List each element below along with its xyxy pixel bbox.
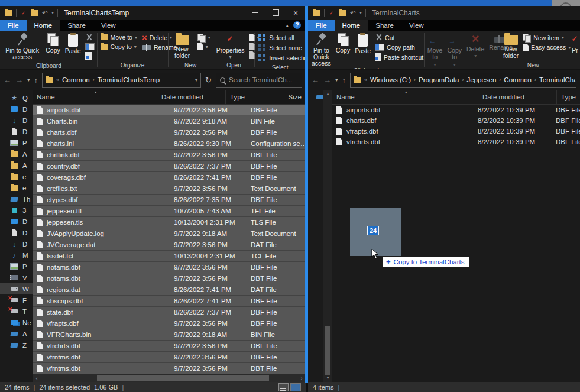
horizontal-scrollbar[interactable]: ‹ › bbox=[33, 374, 306, 382]
file-row[interactable]: jeppesen.tfl 10/7/2005 7:43 AM TFL File bbox=[33, 206, 306, 217]
sidebar-item[interactable]: D bbox=[0, 103, 33, 115]
file-row[interactable]: jeppesen.tls 10/13/2004 2:31 PM TLS File bbox=[33, 217, 306, 228]
move-to-button[interactable]: Move to▾ bbox=[98, 33, 140, 42]
open-icon[interactable] bbox=[249, 43, 255, 50]
tab-view[interactable]: View bbox=[93, 20, 124, 31]
sidebar-item[interactable]: e bbox=[0, 182, 33, 193]
sidebar-item[interactable]: Th bbox=[0, 193, 33, 205]
sidebar-item[interactable]: W bbox=[0, 283, 33, 294]
copy-path-button[interactable]: Copy path bbox=[375, 44, 423, 51]
breadcrumb-common[interactable]: Common bbox=[62, 76, 90, 83]
new-item-button[interactable]: New item▾ bbox=[523, 34, 571, 41]
file-row[interactable]: vfrntms.dbt 9/7/2022 3:56 PM DBT File 5 bbox=[33, 363, 306, 374]
file-row[interactable]: vfrchrts.dbf 8/2/2022 10:39 PM DBF File bbox=[332, 137, 580, 147]
scroll-right-icon[interactable]: › bbox=[297, 375, 306, 381]
sidebar-item[interactable]: T bbox=[0, 306, 33, 317]
file-row[interactable]: country.dbf 8/26/2022 7:37 PM DBF File bbox=[33, 161, 306, 172]
paste-button[interactable]: Paste bbox=[63, 31, 83, 54]
tab-file[interactable]: File bbox=[0, 20, 27, 31]
properties-button[interactable]: ✓ Properties ▾ bbox=[214, 31, 247, 60]
maximize-button[interactable] bbox=[265, 6, 286, 20]
file-row[interactable]: charts.dbf 9/7/2022 3:56 PM DBF File 9,7 bbox=[33, 127, 306, 138]
invert-selection-button[interactable]: Invert selection bbox=[255, 53, 306, 63]
new-folder-button[interactable]: New folder bbox=[169, 31, 196, 59]
details-view-icon[interactable] bbox=[278, 383, 289, 391]
cut-button[interactable]: Cut bbox=[375, 34, 423, 41]
column-header-date-modified[interactable]: Date modified bbox=[157, 90, 226, 104]
sidebar-item[interactable]: D bbox=[0, 216, 33, 227]
sidebar-item[interactable]: P bbox=[0, 137, 33, 148]
recent-locations-caret-icon[interactable]: ▾ bbox=[335, 77, 338, 83]
scroll-up-icon[interactable]: ▴ bbox=[326, 91, 329, 97]
column-header-size[interactable]: Size bbox=[284, 90, 306, 104]
address-box[interactable]: « Common › TerminalChartsTemp ▾ bbox=[42, 73, 201, 88]
sidebar-item[interactable]: A bbox=[0, 160, 33, 171]
sidebar-item[interactable]: Z bbox=[0, 339, 33, 351]
breadcrumb-common[interactable]: Common bbox=[504, 76, 532, 83]
sidebar-item[interactable]: V bbox=[0, 272, 33, 283]
file-row[interactable]: regions.dat 8/26/2022 7:41 PM DAT File 1 bbox=[33, 284, 306, 296]
vertical-scrollbar[interactable]: ▴ ▾ bbox=[323, 90, 332, 382]
breadcrumb-programdata[interactable]: ProgramData bbox=[419, 76, 459, 83]
collapsed-navigation-pane[interactable] bbox=[308, 90, 323, 382]
customize-toolbar-caret-icon[interactable]: ▾ bbox=[51, 10, 54, 15]
file-row[interactable]: charts.ini 8/26/2022 9:30 PM Configurati… bbox=[33, 138, 306, 150]
properties-icon[interactable]: ✓ bbox=[328, 9, 335, 17]
file-row[interactable]: crcfiles.txt 9/7/2022 3:56 PM Text Docum… bbox=[33, 183, 306, 195]
breadcrumb-terminalchartstemp[interactable]: TerminalChartsTemp bbox=[98, 76, 160, 83]
column-header-type[interactable]: Type bbox=[226, 90, 284, 104]
tab-share[interactable]: Share bbox=[368, 20, 401, 31]
file-row[interactable]: sbscrips.dbf 8/26/2022 7:41 PM DBF File … bbox=[33, 296, 306, 307]
new-item-button[interactable]: ▾ bbox=[197, 34, 210, 41]
forward-icon[interactable]: → bbox=[323, 76, 331, 85]
tab-view[interactable]: View bbox=[401, 20, 432, 31]
breadcrumb-terminalcharts[interactable]: TerminalCharts bbox=[539, 76, 576, 83]
back-icon[interactable]: ← bbox=[312, 76, 319, 85]
sidebar-item[interactable]: D bbox=[0, 238, 33, 250]
new-folder-icon[interactable] bbox=[31, 10, 38, 16]
file-row[interactable]: lssdef.tcl 10/13/2004 2:31 PM TCL File bbox=[33, 251, 306, 262]
column-header-type[interactable]: Type bbox=[557, 90, 580, 104]
column-header-name[interactable]: Name ▴ bbox=[33, 90, 157, 104]
file-row[interactable]: notams.dbf 9/7/2022 3:56 PM DBF File 1 bbox=[33, 262, 306, 273]
column-header-name[interactable]: Name ▴ bbox=[332, 90, 478, 104]
file-row[interactable]: vfrapts.dbf 8/2/2022 10:39 PM DBF File bbox=[332, 126, 580, 137]
file-row[interactable]: airports.dbf 9/7/2022 3:56 PM DBF File 1… bbox=[33, 105, 306, 116]
breadcrumb-windows-c[interactable]: Windows (C:) bbox=[370, 76, 411, 83]
file-row[interactable]: vfrntms.dbf 9/7/2022 3:56 PM DBF File bbox=[33, 352, 306, 363]
new-folder-icon[interactable] bbox=[339, 10, 346, 16]
up-icon[interactable]: ↑ bbox=[34, 76, 38, 85]
copy-button[interactable]: Copy bbox=[333, 31, 353, 54]
customize-toolbar-caret-icon[interactable]: ▾ bbox=[359, 10, 362, 15]
tab-file[interactable]: File bbox=[308, 20, 335, 31]
pin-to-quick-access-button[interactable]: Pin to Quick access bbox=[1, 31, 43, 60]
cut-icon[interactable] bbox=[85, 34, 93, 41]
file-row[interactable]: JVCoverage.dat 9/7/2022 3:56 PM DAT File bbox=[33, 239, 306, 251]
properties-icon[interactable]: ✓ bbox=[20, 9, 27, 17]
folder-icon[interactable] bbox=[313, 10, 320, 16]
sidebar-item[interactable]: D bbox=[0, 115, 33, 126]
scroll-down-icon[interactable]: ▾ bbox=[326, 375, 329, 381]
paste-button[interactable]: Paste bbox=[352, 31, 373, 54]
pin-to-quick-access-button[interactable]: Pin to Quick access bbox=[309, 31, 333, 67]
breadcrumb-prefix[interactable]: « bbox=[364, 77, 367, 83]
file-row[interactable]: VFRCharts.bin 9/7/2022 9:18 AM BIN File … bbox=[33, 329, 306, 341]
easy-access-button[interactable]: ▾ bbox=[197, 43, 210, 50]
paste-shortcut-icon[interactable] bbox=[85, 52, 92, 60]
search-input[interactable]: Search TerminalCh... bbox=[216, 73, 302, 88]
file-row[interactable]: ctypes.dbf 8/26/2022 7:35 PM DBF File bbox=[33, 195, 306, 206]
paste-shortcut-button[interactable]: Paste shortcut bbox=[375, 53, 423, 61]
tab-share[interactable]: Share bbox=[60, 20, 93, 31]
sidebar-item[interactable]: P bbox=[0, 261, 33, 272]
sidebar-item[interactable]: M bbox=[0, 250, 33, 261]
file-row[interactable]: vfrchrts.dbf 9/7/2022 3:56 PM DBF File 6 bbox=[33, 341, 306, 352]
sidebar-item[interactable]: 3 bbox=[0, 205, 33, 216]
file-row[interactable]: chrtlink.dbf 9/7/2022 3:56 PM DBF File 6… bbox=[33, 150, 306, 161]
address-box[interactable]: « Windows (C:) › ProgramData › Jeppesen … bbox=[350, 73, 576, 88]
sidebar-item[interactable]: e bbox=[0, 171, 33, 182]
copy-to-button[interactable]: → Copy to▾ bbox=[445, 31, 464, 68]
undo-icon[interactable]: ↶ bbox=[350, 9, 356, 17]
easy-access-button[interactable]: Easy access▾ bbox=[523, 44, 571, 51]
file-row[interactable]: notams.dbt 9/7/2022 3:56 PM DBT File 8 bbox=[33, 273, 306, 284]
column-header-date-modified[interactable]: Date modified bbox=[478, 90, 557, 104]
